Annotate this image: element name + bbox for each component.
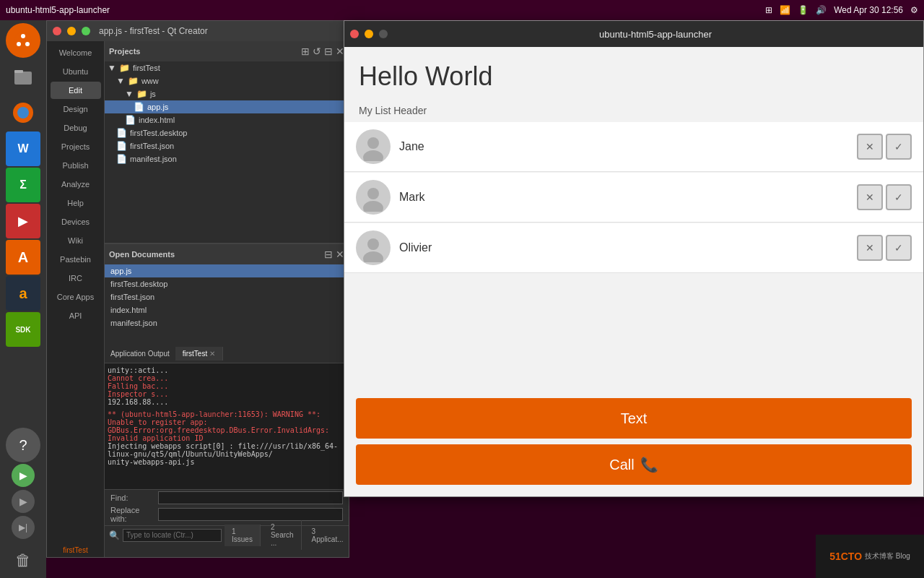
avatar-olivier [356, 230, 391, 265]
manifest-file-icon: 📄 [116, 154, 127, 164]
firsttest-label: firstTest [60, 543, 90, 557]
ubuntu-max-button[interactable] [379, 30, 388, 38]
svg-point-14 [363, 251, 383, 262]
qt-sidenav: Welcome Ubuntu Edit Design Debug Project… [47, 41, 105, 557]
nav-projects[interactable]: Projects [51, 138, 101, 155]
bottom-tab-app[interactable]: 3 Applicat... [305, 525, 349, 546]
files-icon [12, 66, 34, 87]
text-button[interactable]: Text [356, 398, 912, 439]
launcher-software[interactable]: A [6, 240, 40, 275]
nav-ubuntu[interactable]: Ubuntu [51, 63, 101, 80]
output-content: unity::acti... Cannot crea... Falling ba… [105, 363, 349, 489]
qt-main-content: Projects ⊞ ↺ ⊟ ✕ ▼ 📁 firstTest [105, 41, 349, 557]
firefox-icon [12, 101, 35, 124]
contact-delete-mark[interactable]: ✕ [857, 184, 883, 210]
launcher-impress[interactable]: ▶ [6, 204, 40, 238]
doc-desktop[interactable]: firstTest.desktop [105, 277, 349, 290]
tree-www[interactable]: ▼ 📁 www [105, 74, 349, 87]
tree-json[interactable]: 📄 firstTest.json [105, 139, 349, 152]
contact-olivier: Olivier ✕ ✓ [344, 223, 923, 273]
js-file-icon: 📄 [134, 102, 144, 112]
run-step-button[interactable]: ▶| [12, 516, 35, 539]
svg-rect-5 [14, 70, 23, 73]
doc-indexhtml[interactable]: index.html [105, 303, 349, 316]
nav-wiki[interactable]: Wiki [51, 232, 101, 249]
launcher-calc[interactable]: Σ [6, 168, 40, 202]
nav-coreapps[interactable]: Core Apps [51, 288, 101, 306]
tree-desktop[interactable]: 📄 firstTest.desktop [105, 126, 349, 139]
nav-design[interactable]: Design [51, 100, 101, 118]
nav-irc[interactable]: IRC [51, 269, 101, 287]
launcher-sdk[interactable]: SDK [6, 312, 40, 347]
nav-publish[interactable]: Publish [51, 157, 101, 174]
svg-point-9 [367, 137, 379, 149]
nav-analyze[interactable]: Analyze [51, 176, 101, 193]
filter-button[interactable]: ⊞ [301, 46, 310, 57]
root-folder-name: firstTest [133, 64, 160, 72]
launcher-trash[interactable]: 🗑 [6, 543, 40, 578]
qt-close-button[interactable] [53, 27, 61, 35]
launcher-files[interactable] [6, 59, 40, 94]
call-button[interactable]: Call 📞 [356, 444, 912, 485]
contact-delete-olivier[interactable]: ✕ [857, 235, 883, 261]
doc-json[interactable]: firstTest.json [105, 290, 349, 303]
contact-delete-jane[interactable]: ✕ [857, 134, 883, 160]
tree-manifest[interactable]: 📄 manifest.json [105, 152, 349, 165]
qt-max-button[interactable] [82, 27, 90, 35]
locate-input[interactable] [123, 529, 222, 542]
tree-indexhtml[interactable]: 📄 index.html [105, 113, 349, 126]
contact-check-mark[interactable]: ✓ [886, 184, 912, 210]
topbar: ubuntu-html5-app-launcher ⊞ 📶 🔋 🔊 Wed Ap… [0, 0, 924, 20]
svg-point-10 [363, 150, 383, 161]
split-button[interactable]: ⊟ [324, 46, 333, 57]
nav-edit[interactable]: Edit [51, 82, 101, 99]
bottom-tab-search[interactable]: 2 Search ... [263, 520, 302, 550]
sync-button[interactable]: ↺ [313, 46, 321, 57]
open-docs-split-button[interactable]: ⊟ [324, 249, 333, 260]
tree-appjs[interactable]: 📄 app.js [105, 100, 349, 113]
output-tab-close[interactable]: ✕ [209, 350, 215, 358]
play-icon: ▶ [19, 470, 27, 481]
output-warning-2: GDBus.Error:org.freedesktop.DBus.Error.I… [108, 426, 346, 442]
doc-appjs[interactable]: app.js [105, 264, 349, 277]
output-line-2: Cannot crea... [108, 374, 346, 382]
launcher-help[interactable]: ? [6, 428, 40, 462]
output-line-1: unity::acti... [108, 366, 346, 374]
tree-root[interactable]: ▼ 📁 firstTest [105, 61, 349, 74]
replace-input[interactable] [158, 508, 343, 521]
js-folder-icon: 📁 [136, 89, 147, 99]
desktop-file-icon: 📄 [116, 128, 127, 138]
qt-min-button[interactable] [67, 27, 76, 35]
find-input[interactable] [158, 491, 343, 504]
output-tab-firsttest[interactable]: firstTest ✕ [175, 347, 223, 361]
nav-devices[interactable]: Devices [51, 213, 101, 230]
contact-check-jane[interactable]: ✓ [886, 134, 912, 160]
calc-icon: Σ [19, 178, 27, 191]
ubuntu-min-button[interactable] [365, 30, 373, 38]
replace-row: Replace with: [110, 506, 343, 523]
run-stop-button[interactable]: ▶ [12, 490, 35, 513]
launcher-firefox[interactable] [6, 95, 40, 130]
svg-point-11 [367, 188, 379, 199]
nav-api[interactable]: API [51, 307, 101, 324]
nav-debug[interactable]: Debug [51, 119, 101, 137]
call-phone-icon: 📞 [640, 456, 658, 473]
tree-js[interactable]: ▼ 📁 js [105, 87, 349, 100]
ubuntu-close-button[interactable] [350, 30, 359, 38]
contact-check-olivier[interactable]: ✓ [886, 235, 912, 261]
settings-icon[interactable]: ⚙ [910, 5, 918, 15]
launcher-home[interactable] [6, 23, 40, 58]
run-play-button[interactable]: ▶ [12, 464, 35, 487]
bottom-tab-issues[interactable]: 1 Issues [225, 525, 261, 546]
app-title: Hello World [359, 61, 909, 92]
battery-icon: 🔋 [798, 5, 808, 15]
nav-welcome[interactable]: Welcome [51, 44, 101, 61]
doc-manifest[interactable]: manifest.json [105, 316, 349, 329]
launcher-amazon[interactable]: a [6, 276, 40, 311]
nav-pastebin[interactable]: Pastebin [51, 251, 101, 268]
avatar-jane [356, 129, 391, 164]
launcher-writer[interactable]: W [6, 131, 40, 166]
ubuntu-app-content: Hello World My List Header Jane ✕ ✓ [344, 47, 923, 496]
svg-point-8 [20, 110, 26, 116]
nav-help[interactable]: Help [51, 194, 101, 212]
